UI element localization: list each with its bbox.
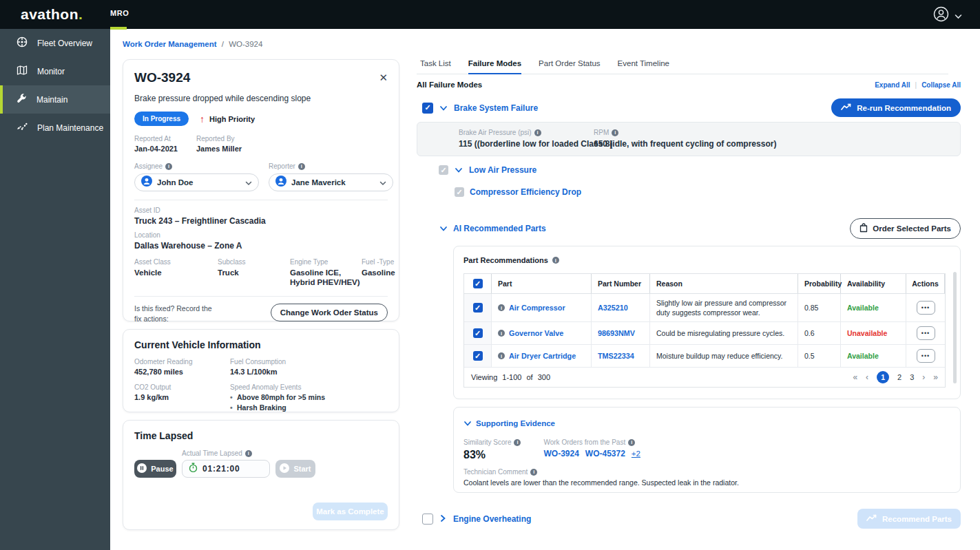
table-row: Air Compressor A325210 Slightly low air … — [464, 294, 945, 322]
sidebar-item-maintain[interactable]: Maintain — [0, 85, 110, 114]
row-checkbox[interactable] — [473, 351, 483, 361]
part-link[interactable]: Air Dryer Cartridge — [509, 352, 576, 360]
row-checkbox[interactable] — [473, 328, 483, 338]
info-icon[interactable] — [552, 257, 559, 264]
info-icon[interactable] — [628, 439, 635, 446]
tab-event-timeline[interactable]: Event Timeline — [618, 59, 669, 74]
change-work-order-status-button[interactable]: Change Work Oder Status — [271, 304, 388, 321]
tab-part-order-status[interactable]: Part Order Status — [539, 59, 600, 74]
table-scrollbar[interactable] — [953, 272, 957, 383]
part-number-link[interactable]: A325210 — [598, 304, 628, 312]
brake-metrics-bar: Brake Air Pressure (psi) 115 ((borderlin… — [417, 122, 961, 156]
time-lapsed-card: Time Lapsed Actual Time Lapsed Pause 01:… — [123, 420, 399, 530]
speed-anomaly-item: Harsh Braking — [230, 403, 388, 412]
part-link[interactable]: Air Compressor — [509, 304, 565, 312]
chevron-down-icon[interactable] — [439, 102, 448, 114]
assignee-select[interactable]: John Doe — [134, 173, 259, 191]
info-icon[interactable] — [534, 129, 541, 136]
prev-page-icon[interactable]: ‹ — [866, 372, 868, 382]
info-icon[interactable] — [498, 304, 505, 311]
of-label: of — [526, 373, 532, 381]
tab-failure-modes[interactable]: Failure Modes — [468, 59, 521, 74]
sidebar-item-fleet-overview[interactable]: Fleet Overview — [0, 29, 110, 57]
first-page-icon[interactable]: « — [853, 372, 857, 382]
ai-recommended-parts-link[interactable]: AI Recommended Parts — [453, 224, 546, 233]
past-work-order-link[interactable]: WO-3924 — [543, 449, 578, 458]
info-icon[interactable] — [498, 330, 505, 337]
product-tab-mro[interactable]: MRO — [110, 9, 129, 17]
reporter-label: Reporter — [269, 162, 295, 170]
part-recommendations-table: Part Part Number Reason Probability Avai… — [463, 273, 946, 388]
part-link[interactable]: Governor Valve — [509, 329, 563, 337]
more-work-orders-link[interactable]: +2 — [632, 449, 640, 458]
start-button[interactable]: Start — [275, 460, 315, 478]
brake-system-failure-link[interactable]: Brake System Failure — [454, 103, 538, 113]
links-separator: | — [915, 81, 917, 89]
row-actions-button[interactable]: ••• — [917, 301, 935, 315]
row-checkbox[interactable] — [473, 303, 483, 313]
user-menu[interactable] — [933, 6, 962, 25]
sidebar: Fleet Overview Monitor Maintain Plan Mai… — [0, 29, 110, 550]
page-2-button[interactable]: 2 — [897, 373, 901, 381]
timer-field[interactable]: 01:21:00 — [182, 460, 270, 478]
info-icon[interactable] — [298, 163, 305, 170]
chevron-down-icon[interactable] — [455, 164, 463, 176]
brake-air-pressure-value: 115 ((borderline low for loaded Class 8) — [459, 139, 612, 149]
chevron-down-icon[interactable] — [463, 417, 472, 430]
part-number-link[interactable]: TMS22334 — [598, 352, 634, 360]
close-icon[interactable]: ✕ — [379, 72, 388, 83]
info-icon[interactable] — [245, 450, 252, 457]
divider — [134, 200, 388, 200]
rerun-recommendation-button[interactable]: Re-run Recommendation — [831, 98, 961, 117]
arrow-up-icon: ↑ — [200, 114, 205, 124]
reporter-select[interactable]: Jane Maverick — [269, 173, 393, 191]
info-icon[interactable] — [165, 163, 172, 170]
select-all-checkbox[interactable] — [473, 279, 483, 288]
time-lapsed-title: Time Lapsed — [134, 430, 388, 441]
collapse-all-link[interactable]: Collapse All — [921, 81, 961, 89]
fuel-consumption-value: 14.3 L/100km — [230, 368, 388, 376]
chevron-down-icon[interactable] — [439, 222, 448, 235]
tab-task-list[interactable]: Task List — [420, 59, 451, 74]
recommend-parts-button[interactable]: Recommend Parts — [857, 509, 961, 529]
info-icon[interactable] — [514, 439, 521, 446]
past-work-orders-label: Work Orders from the Past — [543, 438, 625, 446]
pause-button[interactable]: Pause — [134, 460, 176, 478]
info-icon[interactable] — [530, 469, 537, 476]
odometer-label: Odometer Reading — [134, 358, 230, 366]
similarity-score-label: Similarity Score — [463, 438, 511, 446]
mark-as-complete-button[interactable]: Mark as Complete — [313, 503, 388, 520]
availability-status: Available — [847, 304, 879, 312]
work-order-summary: Brake pressure dropped while descending … — [134, 94, 388, 103]
probability-value: 0.6 — [804, 329, 815, 337]
last-page-icon[interactable]: » — [933, 372, 938, 382]
info-icon[interactable] — [612, 129, 618, 136]
part-number-link[interactable]: 98693NMV — [598, 329, 635, 337]
row-actions-button[interactable]: ••• — [917, 349, 935, 363]
supporting-evidence-link[interactable]: Supporting Evidence — [476, 419, 555, 427]
sidebar-item-monitor[interactable]: Monitor — [0, 57, 110, 85]
subclass-value: Truck — [218, 268, 290, 277]
past-work-order-link[interactable]: WO-45372 — [585, 449, 625, 458]
page-3-button[interactable]: 3 — [910, 373, 914, 381]
breadcrumb-current: WO-3924 — [229, 40, 262, 48]
brake-failure-checkbox[interactable] — [422, 103, 433, 114]
sidebar-item-plan-maintenance[interactable]: Plan Maintenance — [0, 114, 110, 142]
engine-overheating-link[interactable]: Engine Overheating — [453, 514, 531, 524]
row-actions-button[interactable]: ••• — [917, 326, 935, 340]
next-page-icon[interactable]: › — [922, 372, 925, 382]
page-1-button[interactable]: 1 — [877, 371, 889, 383]
user-avatar-icon — [933, 6, 949, 25]
info-icon[interactable] — [498, 352, 505, 359]
compressor-efficiency-link[interactable]: Compressor Efficiency Drop — [470, 187, 581, 197]
expand-all-link[interactable]: Expand All — [875, 81, 910, 89]
low-air-pressure-link[interactable]: Low Air Pressure — [469, 165, 536, 175]
engine-overheating-checkbox[interactable] — [422, 514, 433, 525]
technician-comment-value: Coolant levels are lower than the recomm… — [463, 478, 950, 487]
breadcrumb-work-order-management[interactable]: Work Order Management — [123, 40, 217, 48]
chevron-right-icon[interactable] — [440, 513, 446, 525]
priority-indicator: ↑ High Priority — [200, 114, 255, 124]
order-selected-parts-button[interactable]: Order Selected Parts — [850, 218, 961, 239]
fuel-consumption-label: Fuel Consumption — [230, 358, 388, 366]
helm-icon — [16, 36, 28, 50]
